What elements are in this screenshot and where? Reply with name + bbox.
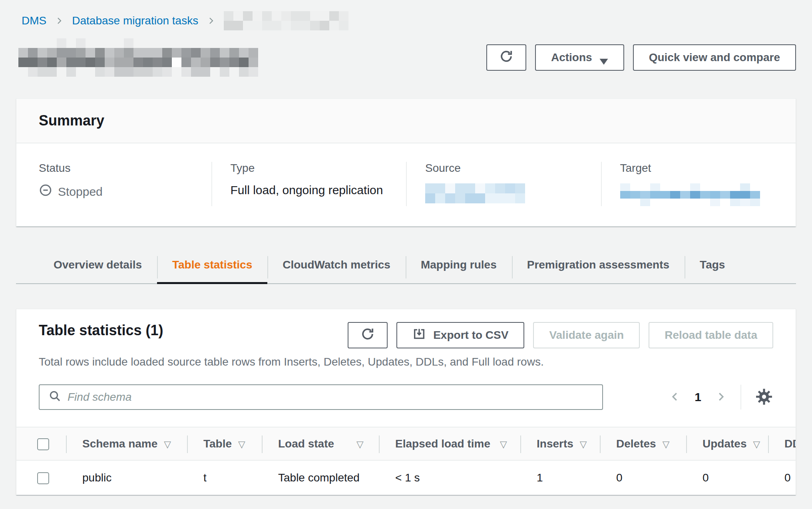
column-header-load-state[interactable]: Load state▽ — [262, 427, 379, 460]
cell-inserts: 1 — [521, 460, 600, 495]
gear-icon — [755, 388, 773, 407]
actions-button[interactable]: Actions — [535, 44, 624, 71]
chevron-right-icon — [715, 390, 727, 405]
tab-table-statistics[interactable]: Table statistics — [157, 249, 267, 283]
cell-updates: 0 — [687, 460, 768, 495]
chevron-left-icon — [669, 390, 681, 405]
chevron-right-separator-icon — [54, 15, 64, 26]
quick-view-label: Quick view and compare — [649, 51, 780, 64]
sort-icon: ▽ — [238, 439, 245, 449]
search-icon — [48, 390, 61, 405]
source-label: Source — [425, 162, 583, 175]
table-statistics-title: Table statistics (1) — [39, 322, 163, 339]
summary-field-source: Source — [406, 162, 601, 206]
sort-icon: ▽ — [356, 439, 364, 449]
table-statistics-table: Schema name▽ Table▽ Load state▽ Elapsed … — [16, 427, 796, 495]
column-header-elapsed-load-time[interactable]: Elapsed load time▽ — [379, 427, 521, 460]
status-label: Status — [39, 162, 193, 175]
row-checkbox[interactable] — [37, 472, 49, 484]
page-header: Actions Quick view and compare — [18, 38, 796, 77]
breadcrumb-link-dms[interactable]: DMS — [22, 14, 46, 27]
cell-schema-name: public — [66, 460, 187, 495]
table-header-row: Schema name▽ Table▽ Load state▽ Elapsed … — [16, 427, 796, 460]
summary-field-type: Type Full load, ongoing replication — [211, 162, 406, 206]
page-title-redacted — [18, 38, 258, 77]
table-row: public t Table completed < 1 s 1 0 0 0 — [16, 460, 796, 495]
summary-field-status: Status Stopped — [16, 162, 211, 206]
tab-tags[interactable]: Tags — [685, 249, 740, 283]
target-label: Target — [620, 162, 778, 175]
tab-bar: Overview details Table statistics CloudW… — [16, 249, 796, 284]
summary-title: Summary — [39, 112, 773, 129]
type-label: Type — [231, 162, 388, 175]
sort-icon: ▽ — [753, 439, 760, 449]
cell-ddls: 0 — [768, 460, 796, 495]
column-header-updates[interactable]: Updates▽ — [687, 427, 768, 460]
target-value-redacted — [620, 183, 778, 206]
column-header-schema-name[interactable]: Schema name▽ — [66, 427, 187, 460]
export-label: Export to CSV — [433, 329, 508, 342]
export-to-csv-button[interactable]: Export to CSV — [396, 322, 524, 348]
summary-panel-header: Summary — [16, 99, 796, 143]
tab-cloudwatch-metrics[interactable]: CloudWatch metrics — [267, 249, 406, 283]
table-settings-button[interactable] — [755, 388, 773, 407]
search-input[interactable] — [68, 391, 593, 404]
sort-icon: ▽ — [580, 439, 587, 449]
refresh-icon — [499, 49, 514, 67]
validate-label: Validate again — [549, 329, 624, 342]
select-all-checkbox[interactable] — [37, 438, 49, 450]
refresh-icon — [360, 326, 375, 344]
column-header-ddls[interactable]: DDLs▽ — [768, 427, 796, 460]
sort-icon: ▽ — [164, 439, 171, 449]
summary-panel: Summary Status Stopped Type Full load, o… — [16, 98, 796, 227]
summary-field-target: Target — [601, 162, 796, 206]
pagination-prev-button[interactable] — [669, 390, 681, 405]
cell-load-state: Table completed — [262, 460, 379, 495]
reload-table-data-button[interactable]: Reload table data — [649, 322, 773, 348]
cell-elapsed-load-time: < 1 s — [379, 460, 521, 495]
export-icon — [412, 327, 426, 344]
breadcrumb-link-database-migration-tasks[interactable]: Database migration tasks — [72, 14, 198, 27]
sort-icon: ▽ — [500, 439, 507, 449]
cell-deletes: 0 — [600, 460, 687, 495]
stopped-icon — [39, 183, 52, 200]
breadcrumb: DMS Database migration tasks — [22, 10, 796, 31]
page-number[interactable]: 1 — [695, 390, 701, 404]
sort-icon: ▽ — [663, 439, 670, 449]
refresh-button[interactable] — [486, 44, 526, 71]
caret-down-icon — [599, 55, 608, 61]
tab-premigration-assessments[interactable]: Premigration assessments — [512, 249, 685, 283]
source-value-redacted — [425, 183, 583, 203]
cell-table: t — [187, 460, 262, 495]
status-value: Stopped — [58, 185, 103, 199]
actions-button-label: Actions — [551, 51, 592, 64]
schema-search-box — [39, 384, 603, 410]
column-header-table[interactable]: Table▽ — [187, 427, 262, 460]
column-header-inserts[interactable]: Inserts▽ — [521, 427, 600, 460]
pagination-next-button[interactable] — [715, 390, 727, 405]
validate-again-button[interactable]: Validate again — [533, 322, 640, 348]
column-header-deletes[interactable]: Deletes▽ — [600, 427, 687, 460]
pager-divider — [740, 385, 741, 410]
table-scroll-container[interactable]: Schema name▽ Table▽ Load state▽ Elapsed … — [16, 427, 796, 495]
table-refresh-button[interactable] — [348, 322, 388, 348]
chevron-right-separator-icon — [206, 15, 216, 26]
table-statistics-description: Total rows include loaded source table r… — [39, 356, 773, 368]
tab-mapping-rules[interactable]: Mapping rules — [406, 249, 512, 283]
type-value: Full load, ongoing replication — [231, 183, 388, 197]
quick-view-and-compare-button[interactable]: Quick view and compare — [633, 44, 796, 71]
breadcrumb-current-redacted — [224, 11, 348, 30]
tab-overview-details[interactable]: Overview details — [38, 249, 157, 283]
reload-label: Reload table data — [665, 329, 757, 342]
page: DMS Database migration tasks Actions — [0, 0, 812, 495]
summary-fields: Status Stopped Type Full load, ongoing r… — [16, 143, 796, 226]
table-statistics-panel: Table statistics (1) — [16, 309, 796, 495]
